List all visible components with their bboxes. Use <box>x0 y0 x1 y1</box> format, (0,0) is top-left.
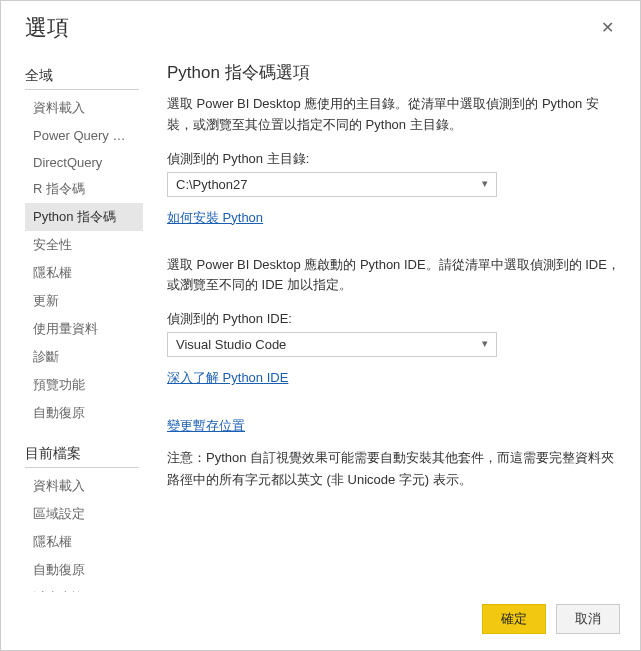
sidebar-item-cf-data-load[interactable]: 資料載入 <box>25 472 143 500</box>
sidebar-item-cf-regional[interactable]: 區域設定 <box>25 500 143 528</box>
sidebar-header-global: 全域 <box>25 61 139 90</box>
sidebar-item-usage-data[interactable]: 使用量資料 <box>25 315 143 343</box>
sidebar-section-current-file: 目前檔案 資料載入 區域設定 隱私權 自動復原 減少查詢 報表設定 <box>25 439 143 592</box>
sidebar-item-security[interactable]: 安全性 <box>25 231 143 259</box>
sidebar-item-cf-auto-recovery[interactable]: 自動復原 <box>25 556 143 584</box>
sidebar-item-privacy[interactable]: 隱私權 <box>25 259 143 287</box>
sidebar-item-updates[interactable]: 更新 <box>25 287 143 315</box>
temp-section: 變更暫存位置 注意：Python 自訂視覺效果可能需要自動安裝其他套件，而這需要… <box>167 417 620 491</box>
home-dir-value: C:\Python27 <box>176 177 248 192</box>
ok-button[interactable]: 確定 <box>482 604 546 634</box>
install-python-link[interactable]: 如何安裝 Python <box>167 209 263 227</box>
page-heading: Python 指令碼選項 <box>167 61 620 84</box>
options-dialog: 選項 ✕ 全域 資料載入 Power Query 編輯器 DirectQuery… <box>1 1 640 650</box>
dialog-footer: 確定 取消 <box>1 592 640 650</box>
sidebar-item-python-script[interactable]: Python 指令碼 <box>25 203 143 231</box>
temp-note: 注意：Python 自訂視覺效果可能需要自動安裝其他套件，而這需要完整資料夾路徑… <box>167 447 620 491</box>
sidebar-header-current-file: 目前檔案 <box>25 439 139 468</box>
sidebar-item-diagnostics[interactable]: 診斷 <box>25 343 143 371</box>
sidebar-item-power-query[interactable]: Power Query 編輯器 <box>25 122 143 150</box>
sidebar-section-global: 全域 資料載入 Power Query 編輯器 DirectQuery R 指令… <box>25 61 143 427</box>
home-dir-section: 偵測到的 Python 主目錄: C:\Python27 如何安裝 Python <box>167 150 620 247</box>
main-content: Python 指令碼選項 選取 Power BI Desktop 應使用的主目錄… <box>143 61 640 592</box>
close-icon[interactable]: ✕ <box>593 16 622 40</box>
sidebar-item-directquery[interactable]: DirectQuery <box>25 150 143 175</box>
change-temp-location-link[interactable]: 變更暫存位置 <box>167 417 245 435</box>
ide-intro-text: 選取 Power BI Desktop 應啟動的 Python IDE。請從清單… <box>167 255 620 297</box>
sidebar-item-cf-reduce-queries[interactable]: 減少查詢 <box>25 584 143 592</box>
cancel-button[interactable]: 取消 <box>556 604 620 634</box>
intro-text: 選取 Power BI Desktop 應使用的主目錄。從清單中選取偵測到的 P… <box>167 94 620 136</box>
dialog-title: 選項 <box>25 13 69 43</box>
home-dir-select[interactable]: C:\Python27 <box>167 172 497 197</box>
ide-section: 偵測到的 Python IDE: Visual Studio Code 深入了解… <box>167 310 620 407</box>
sidebar-item-auto-recovery[interactable]: 自動復原 <box>25 399 143 427</box>
sidebar-item-cf-privacy[interactable]: 隱私權 <box>25 528 143 556</box>
sidebar-item-data-load[interactable]: 資料載入 <box>25 94 143 122</box>
ide-value: Visual Studio Code <box>176 337 286 352</box>
home-dir-label: 偵測到的 Python 主目錄: <box>167 150 620 168</box>
ide-label: 偵測到的 Python IDE: <box>167 310 620 328</box>
sidebar-item-r-script[interactable]: R 指令碼 <box>25 175 143 203</box>
dialog-body: 全域 資料載入 Power Query 編輯器 DirectQuery R 指令… <box>1 51 640 592</box>
sidebar-item-preview[interactable]: 預覽功能 <box>25 371 143 399</box>
ide-select[interactable]: Visual Studio Code <box>167 332 497 357</box>
ide-learn-more-link[interactable]: 深入了解 Python IDE <box>167 369 288 387</box>
sidebar: 全域 資料載入 Power Query 編輯器 DirectQuery R 指令… <box>1 61 143 592</box>
titlebar: 選項 ✕ <box>1 1 640 51</box>
